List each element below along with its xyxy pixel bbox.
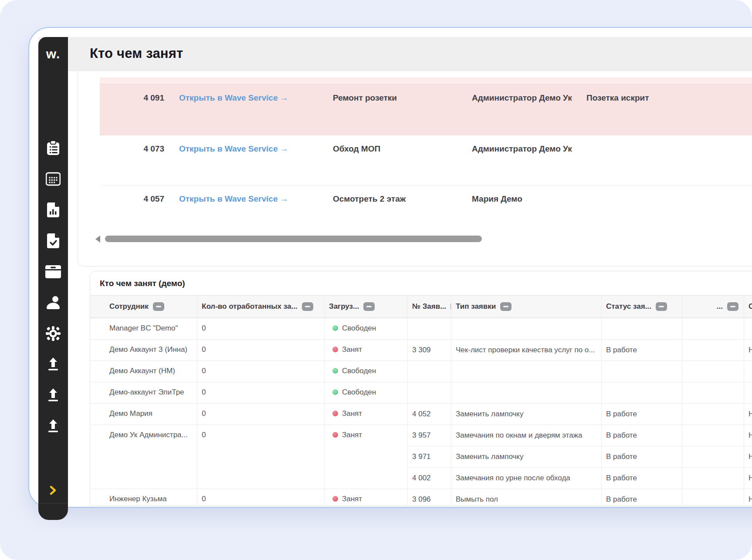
- sidebar-item-export[interactable]: [46, 419, 61, 434]
- horizontal-scrollbar: [95, 235, 752, 243]
- request-row[interactable]: 4 057 Открыть в Wave Service → Осмотреть…: [100, 186, 752, 235]
- task-status: В работе: [602, 404, 682, 425]
- task-type: [451, 318, 602, 339]
- task-number: 3 309: [408, 340, 451, 361]
- column-header-request-status: Статус зая...: [602, 296, 682, 317]
- requests-panel: 4 091 Открыть в Wave Service → Ремонт ро…: [78, 71, 752, 267]
- status-dot-busy: [332, 347, 338, 352]
- page-background: Кто чем занят 4 091 Открыть в Wave Servi…: [0, 0, 752, 560]
- column-header-truncated: ...: [682, 296, 744, 317]
- clipped-cell: Н: [744, 489, 752, 506]
- calendar-icon: [46, 172, 61, 186]
- collapse-column-icon[interactable]: [363, 302, 375, 311]
- sidebar-item-export[interactable]: [46, 357, 61, 372]
- task-status: В работе: [602, 468, 682, 489]
- worked-count: 0: [197, 340, 325, 361]
- task-subrow: 3 096 Вымыть пол В работе Н: [408, 489, 752, 506]
- status-dot-free: [332, 368, 338, 374]
- tasks-clipboard-icon: [46, 141, 60, 155]
- task-subrow: 4 052 Заменить лампочку В работе Н: [408, 404, 752, 425]
- clipped-cell: Н: [744, 468, 752, 489]
- clipped-cell: Н: [744, 425, 752, 446]
- employee-row: Демо Мария 0 Занят 4 052 Заменить лампоч…: [90, 403, 752, 425]
- task-type: Вымыть пол: [451, 489, 602, 506]
- upload-icon: [47, 419, 60, 433]
- status-dot-busy: [332, 496, 338, 502]
- column-header-request-number: № Заяв...: [408, 296, 451, 317]
- chevron-right-icon: [50, 485, 57, 497]
- employee-row: Демо Аккаунт (НМ) 0 Свободен: [90, 361, 752, 382]
- request-description: [586, 135, 752, 185]
- load-status: Занят: [325, 404, 408, 425]
- task-status: В работе: [602, 489, 682, 506]
- request-assignee: Администратор Демо Ук: [472, 84, 586, 135]
- clipped-cell: Н: [744, 404, 752, 425]
- upload-icon: [47, 388, 60, 402]
- sidebar-expand-button[interactable]: [46, 485, 61, 498]
- request-id: 4 073: [100, 135, 175, 185]
- sidebar-item-archive[interactable]: [46, 264, 61, 279]
- sidebar-item-export[interactable]: [46, 388, 61, 403]
- archive-box-icon: [45, 265, 61, 278]
- worked-count: 0: [197, 489, 325, 506]
- task-status: [602, 318, 682, 339]
- column-header-employee: Сотрудник: [90, 296, 197, 317]
- load-status: Занят: [325, 489, 408, 506]
- request-row[interactable]: 4 091 Открыть в Wave Service → Ремонт ро…: [100, 84, 752, 135]
- profile-icon: [46, 296, 61, 310]
- scroll-left-icon[interactable]: [95, 236, 100, 243]
- collapse-column-icon[interactable]: [727, 302, 738, 311]
- sidebar-item-profile[interactable]: [46, 295, 61, 310]
- task-subrow: 3 971 Заменить лампочку В работе Н: [408, 446, 752, 467]
- collapse-column-icon[interactable]: [302, 302, 313, 311]
- previous-row-edge: [100, 78, 752, 84]
- request-row[interactable]: 4 073 Открыть в Wave Service → Обход МОП…: [100, 135, 752, 186]
- column-header-request-type: Тип заявки: [451, 296, 602, 317]
- task-status: В работе: [602, 425, 682, 446]
- request-title: Ремонт розетки: [333, 84, 472, 135]
- collapse-column-icon[interactable]: [656, 302, 667, 311]
- sidebar-item-calendar[interactable]: [46, 172, 61, 186]
- open-in-wave-service-link[interactable]: Открыть в Wave Service →: [175, 84, 333, 135]
- employee-name: Демо Аккаунт 3 (Инна): [90, 340, 197, 361]
- open-in-wave-service-link[interactable]: Открыть в Wave Service →: [175, 186, 333, 235]
- request-assignee: Администратор Демо Ук: [472, 135, 586, 185]
- request-id: 4 057: [100, 186, 175, 235]
- open-in-wave-service-link[interactable]: Открыть в Wave Service →: [175, 135, 333, 185]
- task-type: Заменить лампочку: [451, 446, 602, 467]
- sidebar-item-settings[interactable]: [46, 326, 61, 341]
- sidebar-item-reports[interactable]: [46, 202, 61, 217]
- status-dot-busy: [332, 411, 338, 416]
- clipped-cell: Н: [744, 446, 752, 467]
- task-subrow: 4 002 Замечания по урне после обхода В р…: [408, 467, 752, 489]
- page-title: Кто чем занят: [90, 46, 183, 61]
- task-status: В работе: [602, 446, 682, 467]
- top-header-bar: Кто чем занят: [38, 37, 752, 71]
- worked-count: 0: [197, 425, 325, 489]
- worked-count: 0: [197, 404, 325, 425]
- employee-name: Демо Мария: [90, 404, 197, 425]
- task-subrow: [408, 382, 752, 403]
- clipped-cell: [744, 318, 752, 339]
- sidebar-item-tasks[interactable]: [46, 141, 61, 155]
- employee-row: Демо Ук Администра... 0 Занят 3 957 Заме…: [90, 425, 752, 489]
- task-type: Замечания по урне после обхода: [451, 468, 602, 489]
- clipped-cell: Н: [744, 340, 752, 361]
- load-status: Занят: [325, 340, 408, 361]
- request-id: 4 091: [100, 84, 175, 135]
- sidebar-item-checklists[interactable]: [46, 233, 61, 248]
- column-header-clipped: С: [744, 296, 752, 317]
- collapse-column-icon[interactable]: [153, 302, 164, 311]
- task-subrow: [408, 361, 752, 382]
- gear-icon: [46, 326, 61, 341]
- upload-icon: [47, 358, 60, 371]
- sidebar: w.: [38, 37, 68, 520]
- scrollbar-thumb[interactable]: [105, 236, 482, 242]
- task-number: 4 002: [408, 468, 451, 489]
- employee-name: Демо-аккаунт ЭлиТре: [90, 382, 197, 403]
- task-type: Чек-лист проверки качества услуг по о...: [451, 340, 602, 361]
- sidebar-divider: [38, 503, 68, 503]
- table-header-row: Сотрудник Кол-во отработанных за... Загр…: [90, 295, 752, 318]
- request-assignee: Мария Демо: [472, 186, 586, 235]
- collapse-column-icon[interactable]: [500, 302, 511, 311]
